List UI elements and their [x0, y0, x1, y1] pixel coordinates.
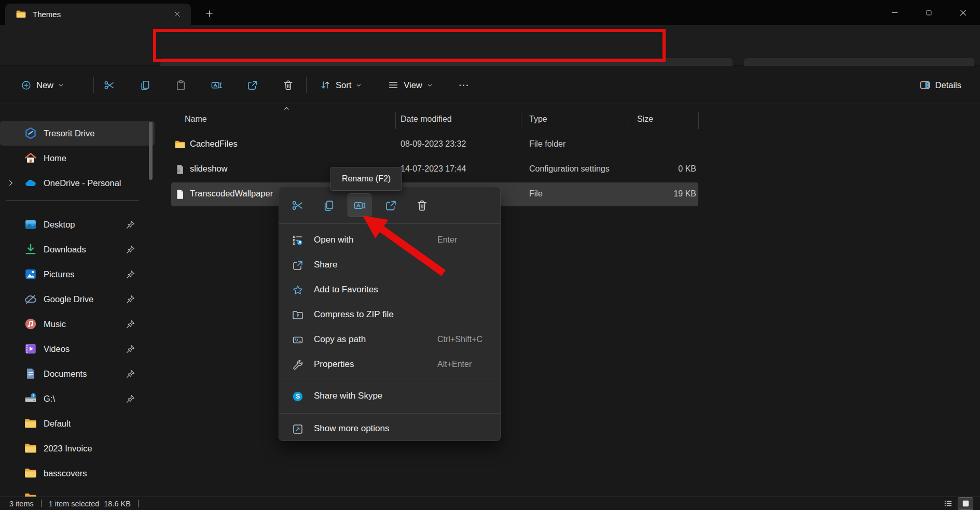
maximize-button[interactable] — [912, 0, 946, 25]
folder-icon — [16, 9, 26, 20]
items-count: 3 items — [9, 500, 34, 508]
tab-close-button[interactable] — [170, 8, 184, 21]
new-tab-button[interactable] — [202, 7, 216, 20]
rename-button[interactable] — [348, 194, 371, 217]
minimize-button[interactable] — [877, 0, 912, 25]
chevron-down-icon — [427, 82, 433, 88]
sidebar-item-google-drive[interactable]: Google Drive — [0, 287, 155, 311]
svg-text:?: ? — [32, 393, 35, 398]
menu-item-properties[interactable]: Properties Alt+Enter — [282, 352, 499, 377]
desktop-icon — [24, 218, 37, 231]
pin-icon — [126, 270, 135, 279]
copy-button[interactable] — [134, 74, 156, 96]
chevron-down-icon — [58, 82, 64, 88]
wrench-icon — [292, 359, 304, 371]
zip-icon — [292, 309, 304, 321]
sidebar-scrollbar[interactable] — [149, 122, 153, 180]
sidebar-item-pictures[interactable]: Pictures — [0, 262, 155, 287]
sort-button[interactable]: Sort — [314, 74, 367, 96]
details-view-button[interactable] — [941, 498, 955, 509]
explorer-tab[interactable]: Themes — [5, 4, 191, 25]
delete-button[interactable] — [277, 74, 299, 96]
sidebar-item-default[interactable]: Default — [0, 411, 155, 436]
pictures-icon — [24, 267, 37, 281]
menu-item-share[interactable]: Share — [282, 253, 499, 278]
sidebar-item-videos[interactable]: Videos — [0, 336, 155, 361]
pin-icon — [126, 344, 135, 354]
folder-icon — [174, 139, 186, 150]
open-with-icon — [292, 234, 304, 247]
menu-item-copy-as-path[interactable]: Copy as path Ctrl+Shift+C — [282, 328, 499, 352]
cut-button[interactable] — [286, 194, 309, 217]
file-explorer-window: Themes — [0, 0, 980, 510]
delete-button[interactable] — [410, 194, 433, 217]
pin-icon — [126, 394, 135, 404]
file-row-slideshow[interactable]: slideshow 14-07-2023 17:44 Configuration… — [158, 157, 708, 182]
column-header-date-modified[interactable]: Date modified — [401, 115, 452, 124]
menu-item-show-more-options[interactable]: Show more options — [282, 417, 499, 442]
onedrive-icon — [24, 176, 37, 190]
chevron-down-icon — [356, 82, 362, 88]
copy-button[interactable] — [317, 194, 340, 217]
details-pane-icon — [919, 79, 931, 91]
sidebar-item-desktop[interactable]: Desktop — [0, 212, 155, 237]
rename-button[interactable] — [205, 74, 228, 96]
drive-icon: ? — [24, 392, 37, 405]
home-icon — [24, 151, 37, 165]
menu-item-add-to-favorites[interactable]: Add to Favorites — [282, 278, 499, 303]
new-button[interactable]: New — [16, 74, 69, 96]
more-options-button[interactable]: ⋯ — [453, 74, 474, 96]
paste-button[interactable] — [170, 74, 192, 96]
selection-size: 18.6 KB — [104, 500, 131, 508]
sidebar-item-onedrive[interactable]: OneDrive - Personal — [0, 171, 155, 195]
sidebar-item-documents[interactable]: Documents — [0, 361, 155, 386]
pin-icon — [126, 220, 135, 230]
share-button[interactable] — [379, 194, 402, 217]
sidebar-item-g-drive[interactable]: ? G:\ — [0, 386, 155, 411]
sidebar-item-music[interactable]: Music — [0, 311, 155, 336]
shortcut-label: Enter — [437, 235, 457, 245]
videos-icon — [24, 342, 37, 356]
share-icon — [292, 259, 304, 272]
sidebar-item-tresorit-drive[interactable]: Tresorit Drive — [0, 121, 155, 146]
column-header-size[interactable]: Size — [637, 115, 653, 124]
column-header-type[interactable]: Type — [529, 115, 547, 124]
pin-icon — [126, 319, 135, 329]
large-icons-view-button[interactable] — [958, 498, 973, 509]
title-bar: Themes — [0, 0, 980, 25]
menu-item-open-with[interactable]: Open with Enter — [282, 228, 499, 253]
folder-icon — [24, 491, 37, 497]
selection-count: 1 item selected — [49, 500, 100, 508]
close-button[interactable] — [946, 0, 980, 25]
rename-tooltip: Rename (F2) — [330, 167, 402, 191]
sidebar-item-downloads[interactable]: Downloads — [0, 237, 155, 262]
tab-title: Themes — [33, 10, 170, 19]
menu-item-share-with-skype[interactable]: S Share with Skype — [282, 384, 499, 409]
column-header-name[interactable]: Name — [185, 115, 207, 124]
pin-icon — [126, 245, 135, 254]
downloads-icon — [24, 243, 37, 256]
sort-ascending-icon — [283, 105, 290, 112]
pin-icon — [126, 369, 135, 379]
context-menu: Open with Enter Share Add to Favorites C… — [279, 187, 501, 441]
menu-item-compress-to-zip[interactable]: Compress to ZIP file — [282, 303, 499, 328]
file-icon — [174, 189, 186, 200]
music-icon — [24, 317, 37, 331]
folder-icon — [24, 442, 37, 455]
sidebar-item-basscovers[interactable]: basscovers — [0, 461, 155, 486]
share-button[interactable] — [241, 74, 264, 96]
details-pane-button[interactable]: Details — [914, 74, 967, 96]
svg-text:S: S — [296, 393, 300, 400]
command-toolbar: New — [0, 66, 980, 104]
file-row-cachedfiles[interactable]: CachedFiles 08-09-2023 23:32 File folder — [158, 132, 708, 157]
view-button[interactable]: View — [382, 74, 437, 96]
sidebar-item-partial[interactable] — [0, 486, 155, 497]
documents-icon — [24, 367, 37, 380]
chevron-right-icon[interactable] — [7, 179, 15, 187]
folder-icon — [24, 417, 37, 430]
sidebar-separator — [6, 200, 139, 201]
tresorit-icon — [24, 126, 37, 140]
sidebar-item-2023-invoice[interactable]: 2023 Invoice — [0, 436, 155, 461]
sidebar-item-home[interactable]: Home — [0, 146, 155, 171]
cut-button[interactable] — [98, 74, 120, 96]
